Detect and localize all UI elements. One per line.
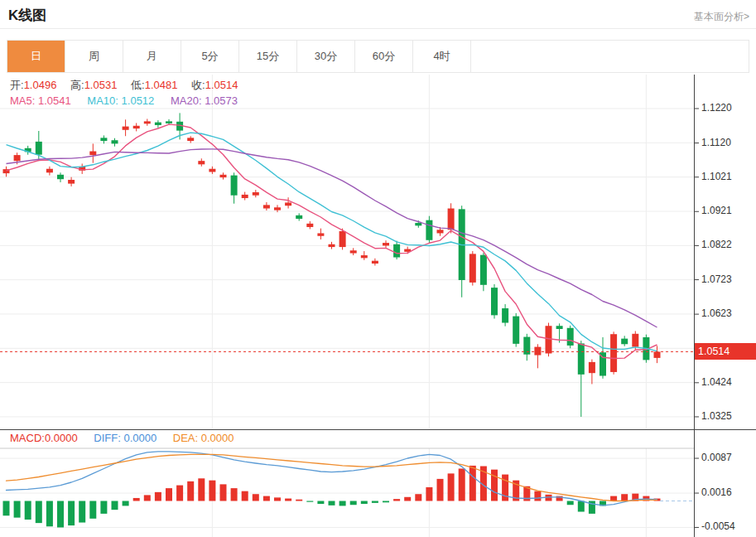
tab-period-8[interactable]: 4时: [413, 41, 471, 72]
price-tick-label: 1.1120: [701, 137, 731, 148]
macd-tick-label: -0.0054: [701, 520, 735, 532]
open-value: 1.0496: [24, 79, 57, 91]
kline-page: K线图 基本面分析> 日周月5分15分30分60分4时 开:1.0496 高:1…: [0, 0, 756, 537]
tab-period-5[interactable]: 15分: [239, 41, 297, 72]
tab-period-6[interactable]: 30分: [297, 41, 355, 72]
tab-period-2[interactable]: 周: [65, 41, 123, 72]
ohlc-legend: 开:1.0496 高:1.0531 低:1.0481 收:1.0514: [10, 78, 248, 93]
price-tick-label: 1.1220: [701, 102, 732, 114]
dea-value-legend: DEA: 0.0000: [173, 432, 234, 444]
price-tick-label: 1.0822: [701, 239, 732, 250]
price-tick-label: 1.1021: [701, 171, 732, 182]
tab-period-1[interactable]: 日: [7, 41, 65, 72]
price-tick-label: 1.0723: [701, 273, 732, 285]
high-label: 高:: [70, 79, 84, 91]
open-label: 开:: [10, 79, 24, 91]
tab-period-3[interactable]: 月: [123, 41, 181, 72]
period-tabbar: 日周月5分15分30分60分4时: [7, 40, 749, 73]
macd-tick-label: 0.0016: [701, 486, 732, 498]
macd-tick-label: 0.0087: [701, 452, 732, 463]
current-price-badge: 1.0514: [695, 343, 756, 360]
high-value: 1.0531: [84, 79, 118, 91]
price-tick-label: 1.0325: [701, 410, 732, 422]
ma10-legend: MA10: 1.0512: [87, 94, 154, 107]
ma-legend: MA5: 1.0541 MA10: 1.0512 MA20: 1.0573: [10, 94, 238, 107]
tab-period-4[interactable]: 5分: [181, 41, 239, 72]
close-value: 1.0514: [205, 79, 238, 91]
tab-period-7[interactable]: 60分: [355, 41, 413, 72]
macd-legend: MACD:0.0000 DIFF: 0.0000 DEA: 0.0000: [10, 432, 234, 444]
ma5-legend: MA5: 1.0541: [10, 94, 71, 107]
fundamental-analysis-link[interactable]: 基本面分析>: [694, 10, 749, 24]
macd-value-legend: MACD:0.0000: [10, 432, 78, 444]
price-tick-label: 1.0424: [701, 376, 732, 388]
low-value: 1.0481: [145, 79, 178, 91]
low-label: 低:: [131, 79, 145, 91]
diff-value-legend: DIFF: 0.0000: [94, 432, 156, 444]
close-label: 收:: [191, 79, 205, 91]
ma20-legend: MA20: 1.0573: [171, 94, 238, 107]
price-tick-label: 1.0623: [701, 307, 732, 319]
page-header: K线图 基本面分析>: [0, 0, 756, 29]
page-title: K线图: [8, 6, 46, 25]
price-tick-label: 1.0921: [701, 205, 732, 216]
